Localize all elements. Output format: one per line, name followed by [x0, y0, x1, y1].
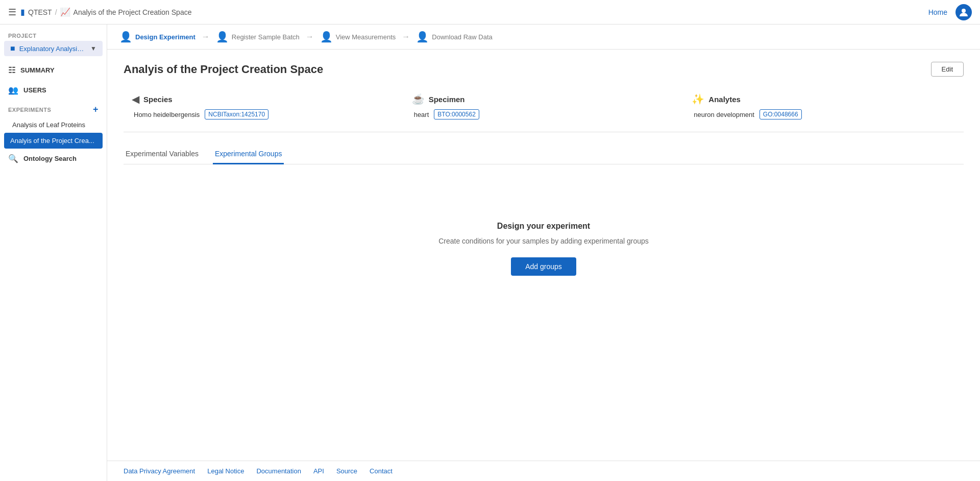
- home-link[interactable]: Home: [928, 8, 947, 16]
- sidebar-experiment-leaf-proteins[interactable]: Analysis of Leaf Proteins: [0, 117, 107, 133]
- tabs: Experimental Variables Experimental Grou…: [124, 145, 964, 164]
- footer-link-api[interactable]: API: [313, 467, 324, 475]
- breadcrumb-qtest[interactable]: QTEST: [28, 8, 52, 16]
- species-title: Species: [143, 95, 173, 104]
- wizard-step-icon-design: 👤: [119, 31, 132, 43]
- add-groups-button[interactable]: Add groups: [511, 257, 576, 276]
- analytes-icon: ✨: [692, 93, 704, 105]
- breadcrumb: ▮ QTEST / 📈 Analyis of the Project Creat…: [20, 7, 191, 17]
- specimen-header: ☕ Specimen: [412, 93, 676, 105]
- wizard-step-view[interactable]: 👤 View Measurements: [320, 31, 396, 43]
- analytes-link[interactable]: GO:0048666: [760, 109, 802, 119]
- footer-link-legal-notice[interactable]: Legal Notice: [207, 467, 244, 475]
- sidebar-item-users[interactable]: 👥 USERS: [0, 80, 107, 100]
- analytes-card: ✨ Analytes neuron development GO:0048666: [683, 89, 964, 124]
- sidebar-item-label-summary: SUMMARY: [20, 66, 55, 74]
- species-header: ◀ Species: [132, 93, 396, 105]
- users-icon: 👥: [8, 85, 18, 95]
- wizard-step-label-view: View Measurements: [336, 33, 396, 41]
- topbar-left: ☰ ▮ QTEST / 📈 Analyis of the Project Cre…: [8, 7, 191, 18]
- tab-experimental-variables[interactable]: Experimental Variables: [124, 145, 201, 164]
- edit-button[interactable]: Edit: [931, 62, 964, 77]
- species-name: Homo heidelbergensis: [134, 111, 200, 118]
- analytes-header: ✨ Analytes: [692, 93, 955, 105]
- breadcrumb-experiment: Analyis of the Project Creation Space: [74, 8, 192, 16]
- analytes-name: neuron development: [694, 111, 754, 118]
- footer: Data Privacy Agreement Legal Notice Docu…: [107, 461, 980, 481]
- search-icon: 🔍: [8, 154, 18, 163]
- specimen-title: Specimen: [429, 95, 465, 104]
- wizard-step-download[interactable]: 👤 Download Raw Data: [416, 31, 493, 43]
- qtest-icon: ▮: [20, 7, 25, 17]
- wizard-step-label-download: Download Raw Data: [432, 33, 493, 41]
- species-icon: ◀: [132, 93, 139, 105]
- wizard-step-design[interactable]: 👤 Design Experiment: [119, 31, 195, 43]
- empty-state-description: Create conditions for your samples by ad…: [438, 237, 649, 245]
- page-title: Analyis of the Project Creation Space: [124, 63, 323, 76]
- wizard-arrow-3: →: [402, 32, 410, 41]
- wizard-step-label-design: Design Experiment: [135, 33, 195, 41]
- project-name: Explanatory Analysis o...: [19, 45, 86, 53]
- info-cards: ◀ Species Homo heidelbergensis NCBITaxon…: [124, 89, 964, 132]
- footer-link-contact[interactable]: Contact: [370, 467, 393, 475]
- experiments-label: EXPERIMENTS: [8, 107, 51, 113]
- specimen-name: heart: [414, 111, 429, 118]
- sidebar-item-label-users: USERS: [23, 86, 46, 94]
- wizard-step-icon-view: 👤: [320, 31, 333, 43]
- chevron-down-icon: ▼: [90, 45, 96, 52]
- footer-link-data-privacy[interactable]: Data Privacy Agreement: [124, 467, 195, 475]
- species-card: ◀ Species Homo heidelbergensis NCBITaxon…: [124, 89, 404, 124]
- species-link[interactable]: NCBITaxon:1425170: [205, 109, 268, 119]
- tab-experimental-groups[interactable]: Experimental Groups: [213, 145, 284, 164]
- footer-link-source[interactable]: Source: [336, 467, 357, 475]
- avatar[interactable]: [955, 4, 972, 20]
- main-layout: PROJECT ■ Explanatory Analysis o... ▼ ☷ …: [0, 25, 980, 481]
- sidebar: PROJECT ■ Explanatory Analysis o... ▼ ☷ …: [0, 25, 107, 481]
- species-content: Homo heidelbergensis NCBITaxon:1425170: [132, 109, 396, 119]
- specimen-icon: ☕: [412, 93, 425, 105]
- empty-state-title: Design your experiment: [497, 222, 590, 231]
- project-icon: ■: [10, 44, 15, 53]
- wizard-step-icon-download: 👤: [416, 31, 429, 43]
- footer-link-documentation[interactable]: Documentation: [256, 467, 301, 475]
- page-header: Analyis of the Project Creation Space Ed…: [124, 62, 964, 77]
- experiment-icon: 📈: [60, 7, 70, 17]
- page-content: Analyis of the Project Creation Space Ed…: [107, 50, 980, 461]
- specimen-link[interactable]: BTO:0000562: [434, 109, 479, 119]
- sidebar-item-label-ontology: Ontology Search: [23, 155, 77, 162]
- summary-icon: ☷: [8, 65, 15, 75]
- topbar: ☰ ▮ QTEST / 📈 Analyis of the Project Cre…: [0, 0, 980, 25]
- specimen-card: ☕ Specimen heart BTO:0000562: [404, 89, 684, 124]
- analytes-title: Analytes: [708, 95, 741, 104]
- empty-state: Design your experiment Create conditions…: [124, 181, 964, 317]
- wizard-bar: 👤 Design Experiment → 👤 Register Sample …: [107, 25, 980, 50]
- experiments-section: EXPERIMENTS +: [0, 100, 107, 117]
- analytes-content: neuron development GO:0048666: [692, 109, 955, 119]
- wizard-step-label-register: Register Sample Batch: [232, 33, 300, 41]
- svg-point-0: [962, 9, 966, 13]
- sidebar-experiment-project-creation[interactable]: Analyis of the Project Crea...: [4, 133, 103, 149]
- hamburger-icon[interactable]: ☰: [8, 7, 16, 18]
- content: 👤 Design Experiment → 👤 Register Sample …: [107, 25, 980, 481]
- sidebar-project-item[interactable]: ■ Explanatory Analysis o... ▼: [4, 41, 103, 56]
- topbar-right: Home: [928, 4, 972, 20]
- breadcrumb-separator: /: [55, 8, 57, 16]
- wizard-step-register[interactable]: 👤 Register Sample Batch: [216, 31, 300, 43]
- add-experiment-button[interactable]: +: [93, 104, 99, 115]
- specimen-content: heart BTO:0000562: [412, 109, 676, 119]
- sidebar-item-ontology[interactable]: 🔍 Ontology Search: [0, 149, 107, 169]
- wizard-arrow-2: →: [306, 32, 314, 41]
- wizard-step-icon-register: 👤: [216, 31, 229, 43]
- wizard-arrow-1: →: [202, 32, 210, 41]
- sidebar-item-summary[interactable]: ☷ SUMMARY: [0, 60, 107, 80]
- project-section-label: PROJECT: [0, 29, 107, 41]
